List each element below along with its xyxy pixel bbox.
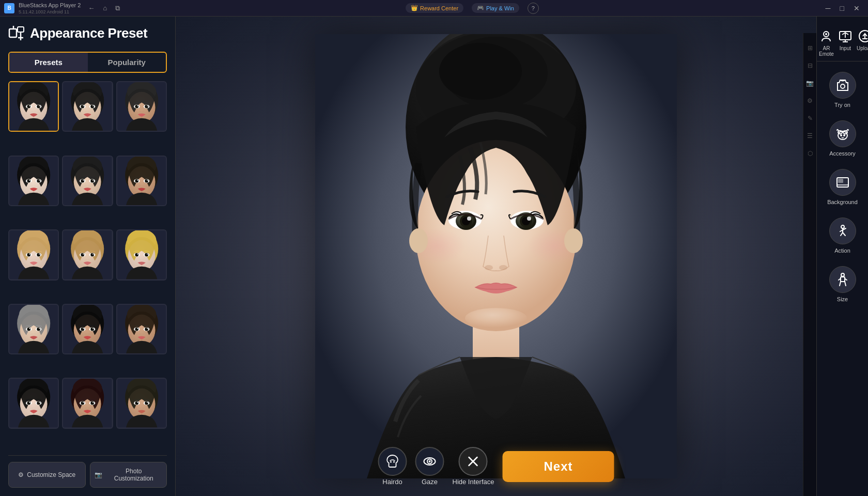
size-icon-circle: [829, 266, 856, 293]
action-icon-circle: [829, 218, 856, 244]
try-on-button[interactable]: Try on: [819, 67, 866, 113]
svg-point-235: [439, 43, 522, 100]
svg-point-108: [31, 259, 34, 260]
popularity-tab[interactable]: Popularity: [88, 53, 166, 72]
svg-point-182: [147, 328, 148, 329]
edge-icon-6: ☰: [805, 131, 815, 141]
ar-emote-label: AR Emote: [819, 45, 834, 57]
svg-point-73: [83, 179, 84, 180]
app-title: Appearance Preset: [8, 25, 167, 41]
next-button[interactable]: Next: [502, 451, 614, 482]
app-logo: B: [4, 3, 14, 13]
svg-line-288: [845, 282, 846, 286]
size-icon: [835, 272, 850, 287]
svg-point-178: [137, 328, 138, 329]
svg-point-169: [88, 333, 90, 335]
edge-icon-4: ⚙: [805, 96, 815, 105]
svg-point-19: [34, 111, 37, 112]
preset-item-4[interactable]: [8, 156, 59, 206]
upload-button[interactable]: Upload: [855, 25, 868, 61]
gaze-button[interactable]: Gaze: [415, 447, 444, 486]
window-minimize-button[interactable]: ─: [822, 3, 835, 13]
play-win-badge[interactable]: 🎮 Play & Win: [472, 3, 519, 13]
hide-interface-icon-circle: [459, 447, 488, 476]
customize-space-button[interactable]: ⚙ Customize Space: [8, 462, 86, 488]
svg-point-133: [137, 254, 138, 255]
edge-icon-3: 📷: [805, 79, 815, 88]
bottom-toolbar: ⚙ Customize Space 📷 Photo Customization: [8, 455, 167, 488]
window-close-button[interactable]: ✕: [849, 3, 864, 13]
preset-item-15[interactable]: [116, 378, 167, 428]
preset-item-2[interactable]: [62, 81, 113, 132]
svg-point-93: [139, 185, 142, 187]
svg-point-148: [29, 328, 30, 329]
input-label: Input: [840, 45, 851, 51]
try-on-label: Try on: [834, 102, 850, 108]
photo-customization-icon: 📷: [95, 471, 102, 478]
nav-copy-button[interactable]: ⧉: [112, 3, 123, 13]
svg-point-253: [409, 228, 428, 253]
hairdo-icon: [385, 454, 400, 469]
help-button[interactable]: ?: [528, 3, 539, 14]
action-button[interactable]: Action: [819, 212, 866, 259]
nav-back-button[interactable]: ←: [85, 3, 98, 13]
svg-line-287: [840, 282, 841, 286]
svg-point-254: [564, 228, 583, 253]
bottom-controls: Hairdo Gaze: [378, 447, 614, 486]
preset-item-6[interactable]: [116, 156, 167, 206]
svg-point-78: [85, 185, 87, 187]
preset-item-7[interactable]: [8, 229, 59, 280]
svg-point-28: [83, 105, 84, 106]
size-button[interactable]: Size: [819, 261, 866, 307]
reward-center-badge[interactable]: 👑 Reward Center: [406, 3, 463, 13]
hide-interface-label: Hide Interface: [453, 478, 494, 486]
preset-item-13[interactable]: [8, 378, 59, 428]
background-icon-circle: [829, 169, 856, 196]
preset-item-1[interactable]: [8, 81, 59, 132]
input-icon: [838, 29, 853, 43]
gaze-icon-circle: [415, 447, 444, 476]
window-maximize-button[interactable]: □: [836, 3, 848, 13]
svg-point-249: [499, 265, 507, 270]
try-on-icon: [835, 78, 850, 93]
svg-point-153: [31, 333, 34, 335]
svg-point-63: [31, 185, 34, 187]
svg-point-242: [467, 216, 471, 221]
edge-icon-5: ✎: [805, 114, 815, 123]
svg-point-278: [840, 134, 842, 136]
photo-customization-button[interactable]: 📷 Photo Customization: [90, 462, 167, 488]
preset-tabs: Presets Popularity: [8, 52, 167, 73]
background-button[interactable]: Background: [819, 164, 866, 210]
preset-item-14[interactable]: [62, 378, 113, 428]
svg-point-228: [139, 408, 142, 409]
svg-point-227: [147, 402, 148, 403]
preset-item-9[interactable]: [116, 229, 167, 280]
character-display: [176, 17, 816, 496]
accessory-button[interactable]: Accessory: [819, 115, 866, 162]
gaze-label: Gaze: [422, 478, 438, 486]
title-bar-left: B BlueStacks App Player 2 5.11.42.1002 A…: [4, 2, 123, 14]
hide-interface-button[interactable]: Hide Interface: [453, 447, 494, 486]
preset-item-8[interactable]: [62, 229, 113, 280]
input-button[interactable]: Input: [836, 25, 855, 61]
reward-icon: 👑: [411, 5, 418, 11]
svg-point-13: [29, 105, 30, 106]
accessory-icon-circle: [829, 120, 856, 147]
svg-point-252: [465, 308, 527, 329]
preset-item-10[interactable]: [8, 304, 59, 354]
preset-item-3[interactable]: [116, 81, 167, 132]
nav-home-button[interactable]: ⌂: [100, 3, 110, 13]
svg-point-283: [841, 225, 844, 228]
preset-item-11[interactable]: [62, 304, 113, 354]
svg-point-184: [142, 333, 144, 335]
size-label: Size: [837, 296, 848, 302]
ar-emote-button[interactable]: AR Emote: [817, 25, 836, 61]
preset-item-5[interactable]: [62, 156, 113, 206]
svg-point-138: [139, 259, 142, 260]
accessory-label: Accessory: [829, 150, 856, 157]
hairdo-button[interactable]: Hairdo: [378, 447, 407, 486]
presets-tab[interactable]: Presets: [9, 53, 88, 72]
svg-point-248: [485, 265, 493, 270]
svg-point-258: [393, 461, 395, 463]
preset-item-12[interactable]: [116, 304, 167, 354]
